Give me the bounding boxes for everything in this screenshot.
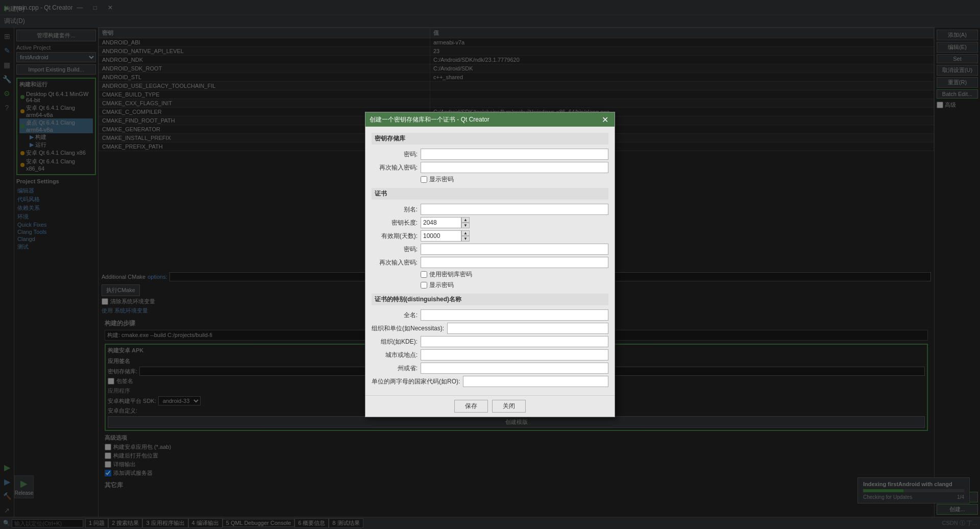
modal-keysize-label: 密钥长度:	[372, 219, 418, 227]
modal-validity-spinbox: 10000 ▲ ▼	[421, 230, 470, 242]
modal-city-label: 城市或地点:	[372, 351, 418, 359]
modal-confirm-label: 再次输入密码:	[372, 163, 418, 172]
modal-cert-confirm-label: 再次输入密码:	[372, 258, 418, 267]
modal-show-password-row: 显示密码	[372, 175, 608, 184]
modal-title-text: 创建一个密钥存储库和一个证书 - Qt Creator	[370, 115, 489, 124]
modal-cert-password-row: 密码:	[372, 244, 608, 255]
modal-cert-password-label: 密码:	[372, 245, 418, 254]
modal-validity-input[interactable]: 10000	[421, 230, 461, 242]
modal-org-input[interactable]	[421, 336, 608, 347]
validity-down-btn[interactable]: ▼	[461, 236, 470, 242]
modal-country-row: 单位的两字母的国家代码(如RO):	[372, 376, 608, 387]
modal-use-keystore-row: 使用密钥库密码	[372, 270, 608, 279]
dn-section-title: 证书的特别(distinguished)名称	[372, 294, 608, 305]
modal-close-btn[interactable]: ✕	[600, 115, 610, 125]
modal-country-label: 单位的两字母的国家代码(如RO):	[372, 377, 460, 386]
modal-confirm-password-row: 再次输入密码:	[372, 162, 608, 173]
keystore-section-title: 密钥存储库	[372, 133, 608, 145]
modal-password-row: 密码:	[372, 149, 608, 160]
modal-cert-confirm-row: 再次输入密码:	[372, 257, 608, 268]
modal-orgunit-input[interactable]	[447, 323, 608, 334]
modal-alias-row: 别名:	[372, 204, 608, 215]
cert-section-title: 证书	[372, 188, 608, 200]
modal-dialog: 创建一个密钥存储库和一个证书 - Qt Creator ✕ 密钥存储库 密码: …	[365, 112, 615, 417]
modal-validity-label: 有效期(天数):	[372, 232, 418, 241]
modal-use-keystore-label: 使用密钥库密码	[429, 270, 472, 279]
modal-show-cert-password-row: 显示密码	[372, 281, 608, 290]
modal-state-label: 州或省:	[372, 364, 418, 373]
modal-cert-password-input[interactable]	[421, 244, 608, 255]
modal-overlay: 创建一个密钥存储库和一个证书 - Qt Creator ✕ 密钥存储库 密码: …	[0, 0, 980, 529]
modal-show-cert-password-label: 显示密码	[429, 281, 454, 290]
modal-orgunit-row: 组织和单位(如Necessitas):	[372, 323, 608, 334]
modal-cancel-btn[interactable]: 关闭	[492, 400, 526, 413]
modal-state-input[interactable]	[421, 363, 608, 374]
validity-spin-buttons: ▲ ▼	[461, 230, 470, 242]
modal-fullname-row: 全名:	[372, 309, 608, 321]
modal-org-row: 组织(如KDE):	[372, 336, 608, 347]
modal-keysize-spinbox: 2048 ▲ ▼	[421, 217, 470, 228]
modal-alias-label: 别名:	[372, 205, 418, 214]
modal-cert-confirm-input[interactable]	[421, 257, 608, 268]
modal-password-label: 密码:	[372, 150, 418, 159]
keysize-up-btn[interactable]: ▲	[461, 217, 470, 223]
modal-save-btn[interactable]: 保存	[454, 400, 488, 413]
keysize-spin-buttons: ▲ ▼	[461, 217, 470, 228]
modal-country-input[interactable]	[463, 376, 608, 387]
modal-body: 密钥存储库 密码: 再次输入密码: 显示密码 证书 别名: 密钥长度:	[365, 127, 615, 395]
modal-fullname-label: 全名:	[372, 311, 418, 320]
modal-keysize-input[interactable]: 2048	[421, 217, 461, 228]
keysize-down-btn[interactable]: ▼	[461, 223, 470, 228]
modal-keysize-row: 密钥长度: 2048 ▲ ▼	[372, 217, 608, 228]
modal-orgunit-label: 组织和单位(如Necessitas):	[372, 324, 444, 333]
modal-validity-row: 有效期(天数): 10000 ▲ ▼	[372, 230, 608, 242]
modal-use-keystore-checkbox[interactable]	[421, 271, 427, 278]
validity-up-btn[interactable]: ▲	[461, 230, 470, 236]
modal-show-password-checkbox[interactable]	[421, 176, 427, 183]
modal-titlebar: 创建一个密钥存储库和一个证书 - Qt Creator ✕	[365, 112, 615, 127]
modal-show-password-label: 显示密码	[429, 175, 454, 184]
modal-fullname-input[interactable]	[421, 309, 608, 321]
modal-footer: 保存 关闭	[365, 395, 615, 417]
modal-show-cert-password-checkbox[interactable]	[421, 282, 427, 288]
modal-alias-input[interactable]	[421, 204, 608, 215]
modal-password-input[interactable]	[421, 149, 608, 160]
modal-confirm-input[interactable]	[421, 162, 608, 173]
modal-city-input[interactable]	[421, 349, 608, 360]
modal-org-label: 组织(如KDE):	[372, 338, 418, 346]
modal-state-row: 州或省:	[372, 363, 608, 374]
modal-city-row: 城市或地点:	[372, 349, 608, 360]
